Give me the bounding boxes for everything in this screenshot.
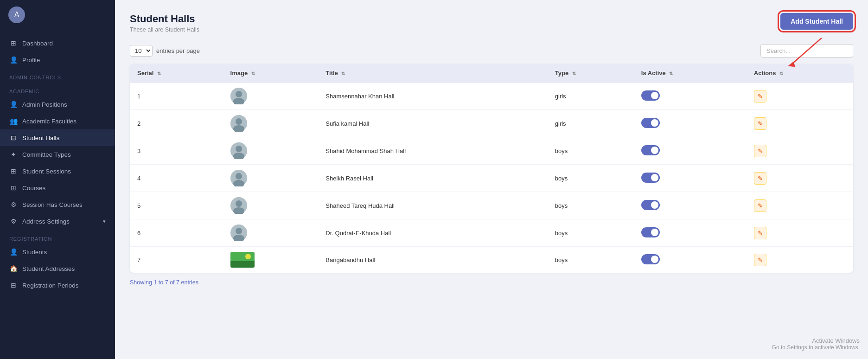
cell-is-active <box>634 192 747 219</box>
cell-image <box>223 219 319 247</box>
sidebar-item-students[interactable]: 👤 Students <box>0 244 115 260</box>
table-row: 7 Bangabandhu Hallboys✎ <box>130 247 853 273</box>
col-serial: Serial ⇅ <box>130 64 223 83</box>
cell-image <box>223 192 319 219</box>
cell-type: boys <box>548 165 634 192</box>
sort-icon-serial[interactable]: ⇅ <box>157 71 161 76</box>
students-icon: 👤 <box>9 248 18 256</box>
sort-icon-title[interactable]: ⇅ <box>341 71 345 76</box>
cell-actions: ✎ <box>747 137 853 165</box>
active-toggle[interactable] <box>641 254 660 264</box>
sidebar-item-student-addresses[interactable]: 🏠 Student Addresses <box>0 260 115 277</box>
sidebar-item-registration-periods[interactable]: ⊟ Registration Periods <box>0 277 115 294</box>
edit-button[interactable]: ✎ <box>754 172 766 185</box>
content-area: Student Halls These all are Student Hall… <box>115 0 868 359</box>
cell-actions: ✎ <box>747 110 853 137</box>
edit-button[interactable]: ✎ <box>754 90 766 103</box>
sidebar-item-academic-faculties[interactable]: 👥 Academic Faculties <box>0 113 115 129</box>
sidebar: A ⊞ Dashboard 👤 Profile Admin Controls A… <box>0 0 115 359</box>
edit-button[interactable]: ✎ <box>754 254 766 266</box>
col-is-active: Is Active ⇅ <box>634 64 747 83</box>
edit-button[interactable]: ✎ <box>754 227 766 239</box>
sidebar-section-admin-controls: Admin Controls <box>0 68 115 82</box>
sidebar-item-student-sessions[interactable]: ⊞ Student Sessions <box>0 163 115 180</box>
cell-type: boys <box>548 247 634 273</box>
active-toggle[interactable] <box>641 227 660 237</box>
add-student-hall-button[interactable]: Add Student Hall <box>780 13 853 30</box>
row-avatar <box>230 224 247 241</box>
sidebar-nav: ⊞ Dashboard 👤 Profile Admin Controls Aca… <box>0 30 115 298</box>
sidebar-item-dashboard[interactable]: ⊞ Dashboard <box>0 35 115 51</box>
edit-button[interactable]: ✎ <box>754 145 766 157</box>
entries-control: 10 25 50 entries per page <box>130 45 200 57</box>
active-toggle[interactable] <box>641 173 660 183</box>
sidebar-item-committee-types[interactable]: ✦ Committee Types <box>0 146 115 163</box>
sidebar-item-label: Session Has Courses <box>22 201 83 208</box>
table-footer: Showing 1 to 7 of 7 entries <box>130 279 853 286</box>
active-toggle[interactable] <box>641 118 660 128</box>
sidebar-item-profile[interactable]: 👤 Profile <box>0 51 115 68</box>
table-header: Serial ⇅ Image ⇅ Title ⇅ Type ⇅ <box>130 64 853 83</box>
page-title: Student Halls <box>130 13 199 25</box>
cell-image <box>223 83 319 110</box>
entries-label: entries per page <box>156 47 200 54</box>
admin-positions-icon: 👤 <box>9 101 18 108</box>
data-table: Serial ⇅ Image ⇅ Title ⇅ Type ⇅ <box>130 64 853 273</box>
committee-types-icon: ✦ <box>9 151 18 158</box>
page-title-block: Student Halls These all are Student Hall… <box>130 13 199 33</box>
student-sessions-icon: ⊞ <box>9 167 18 175</box>
row-avatar <box>230 142 247 159</box>
cell-serial: 6 <box>130 219 223 247</box>
page-header: Student Halls These all are Student Hall… <box>130 13 853 33</box>
sort-icon-type[interactable]: ⇅ <box>572 71 576 76</box>
sidebar-section-academic: Academic <box>0 82 115 96</box>
main-content: Student Halls These all are Student Hall… <box>115 0 868 359</box>
student-halls-icon: ⊟ <box>9 134 18 141</box>
active-toggle[interactable] <box>641 145 660 155</box>
sort-icon-active[interactable]: ⇅ <box>669 71 673 76</box>
sidebar-item-courses[interactable]: ⊞ Courses <box>0 180 115 196</box>
active-toggle[interactable] <box>641 90 660 101</box>
sidebar-item-session-has-courses[interactable]: ⚙ Session Has Courses <box>0 196 115 213</box>
row-avatar <box>230 115 247 132</box>
cell-image <box>223 137 319 165</box>
cell-is-active <box>634 219 747 247</box>
sidebar-section-registration: Registration <box>0 230 115 244</box>
cell-type: girls <box>548 83 634 110</box>
sidebar-item-label: Dashboard <box>22 40 53 47</box>
cell-serial: 4 <box>130 165 223 192</box>
sidebar-item-student-halls[interactable]: ⊟ Student Halls <box>0 129 115 146</box>
row-avatar <box>230 170 247 186</box>
col-title: Title ⇅ <box>318 64 547 83</box>
sidebar-item-label: Student Addresses <box>22 265 75 272</box>
chevron-down-icon: ▾ <box>103 218 106 224</box>
cell-actions: ✎ <box>747 247 853 273</box>
search-input[interactable] <box>760 44 853 58</box>
sort-icon-image[interactable]: ⇅ <box>251 71 255 76</box>
svg-point-6 <box>236 118 242 125</box>
cell-is-active <box>634 165 747 192</box>
sidebar-item-label: Profile <box>22 57 40 64</box>
svg-point-9 <box>236 146 242 152</box>
sidebar-item-admin-positions[interactable]: 👤 Admin Positions <box>0 96 115 113</box>
sort-icon-actions[interactable]: ⇅ <box>779 71 783 76</box>
table-row: 4 Sheikh Rasel Hallboys✎ <box>130 165 853 192</box>
table-row: 1 Shamsennahar Khan Hallgirls✎ <box>130 83 853 110</box>
profile-icon: 👤 <box>9 56 18 64</box>
edit-button[interactable]: ✎ <box>754 117 766 130</box>
sidebar-item-label: Students <box>22 249 47 256</box>
sidebar-item-label: Address Settings <box>22 218 70 225</box>
cell-is-active <box>634 83 747 110</box>
sidebar-item-label: Registration Periods <box>22 282 79 289</box>
active-toggle[interactable] <box>641 200 660 210</box>
cell-title: Shamsennahar Khan Hall <box>318 83 547 110</box>
cell-type: boys <box>548 137 634 165</box>
sidebar-item-address-settings[interactable]: ⚙ Address Settings ▾ <box>0 213 115 230</box>
edit-button[interactable]: ✎ <box>754 199 766 212</box>
cell-is-active <box>634 110 747 137</box>
entries-select[interactable]: 10 25 50 <box>130 45 153 57</box>
cell-serial: 5 <box>130 192 223 219</box>
cell-title: Shahid Mohammad Shah Hall <box>318 137 547 165</box>
cell-type: girls <box>548 110 634 137</box>
academic-faculties-icon: 👥 <box>9 117 18 125</box>
